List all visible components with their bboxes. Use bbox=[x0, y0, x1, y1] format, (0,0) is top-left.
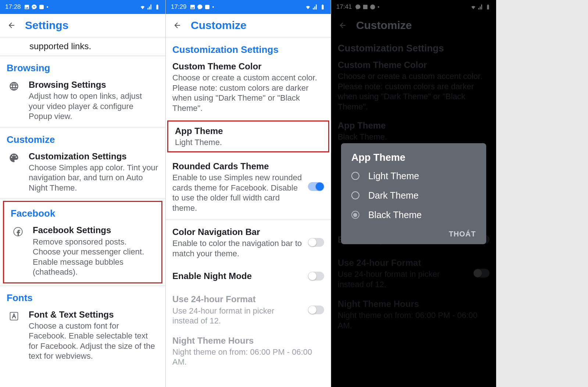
globe-icon bbox=[7, 79, 21, 91]
app-bar: Customize bbox=[166, 14, 331, 37]
row-custom-theme-color[interactable]: Custom Theme Color Choose or create a cu… bbox=[166, 58, 331, 118]
image-icon bbox=[190, 4, 196, 10]
divider bbox=[0, 198, 165, 199]
facebook-icon bbox=[11, 224, 25, 237]
dialog-dismiss-button[interactable]: THOÁT bbox=[341, 225, 486, 240]
highlight-facebook: Facebook Facebook Settings Remove sponso… bbox=[3, 201, 162, 283]
section-header-customize: Customize bbox=[0, 128, 165, 148]
image-icon bbox=[24, 4, 30, 10]
app-theme-dialog: App Theme Light Theme Dark Theme Black T… bbox=[341, 143, 486, 244]
status-app-icons bbox=[190, 4, 214, 10]
screen-customize-dark: 17:41 Customize Customization Settings C… bbox=[331, 0, 496, 387]
row-desc: Enable to use Simples new rounded cards … bbox=[172, 173, 302, 213]
palette-icon bbox=[7, 151, 21, 163]
wifi-icon bbox=[140, 4, 146, 10]
row-font-settings[interactable]: Font & Text Settings Choose a custom fon… bbox=[0, 306, 165, 366]
row-desc: Choose a custom font for Facebook. Enabl… bbox=[29, 321, 159, 361]
row-title: App Theme bbox=[175, 125, 322, 137]
radio-icon-selected bbox=[351, 211, 359, 219]
svg-rect-3 bbox=[205, 5, 209, 9]
section-header-browsing: Browsing bbox=[0, 57, 165, 76]
font-icon bbox=[7, 309, 21, 321]
row-facebook-settings[interactable]: Facebook Settings Remove sponsored posts… bbox=[4, 221, 161, 282]
signal-icon bbox=[147, 4, 153, 10]
screen-customize-light: 17:29 Customize Customization Settings C… bbox=[165, 0, 331, 387]
section-header-facebook: Facebook bbox=[4, 202, 161, 221]
partial-text: supported links. bbox=[0, 38, 165, 55]
row-title: Enable Night Mode bbox=[172, 270, 302, 282]
signal-icon bbox=[312, 4, 318, 10]
option-label: Light Theme bbox=[368, 171, 419, 181]
back-button[interactable] bbox=[7, 20, 17, 30]
section-header: Customization Settings bbox=[166, 38, 331, 58]
battery-icon bbox=[154, 4, 160, 10]
switch-night-mode[interactable] bbox=[308, 272, 324, 281]
dialog-option-light[interactable]: Light Theme bbox=[341, 166, 486, 186]
status-time: 17:29 bbox=[171, 3, 187, 11]
app-icon bbox=[39, 4, 44, 10]
switch-color-nav-bar[interactable] bbox=[308, 238, 324, 247]
screen-settings: 17:28 Settings supported links. Browsing bbox=[0, 0, 165, 387]
messenger-icon bbox=[197, 4, 203, 10]
dialog-option-black[interactable]: Black Theme bbox=[341, 205, 486, 225]
row-night-mode[interactable]: Enable Night Mode bbox=[166, 264, 331, 287]
status-bar: 17:29 bbox=[166, 0, 331, 14]
row-night-theme-hours: Night Theme Hours Night theme on from: 0… bbox=[166, 332, 331, 372]
section-header-fonts: Fonts bbox=[0, 286, 165, 306]
row-desc: Choose Simples app color. Tint your navi… bbox=[29, 163, 159, 193]
row-color-nav-bar[interactable]: Color Navigation Bar Enable to color the… bbox=[166, 220, 331, 264]
dialog-option-dark[interactable]: Dark Theme bbox=[341, 186, 486, 205]
row-desc: Enable to color the navigation bar to ma… bbox=[172, 238, 302, 258]
svg-rect-0 bbox=[39, 5, 44, 9]
status-system-icons bbox=[305, 4, 326, 10]
row-title: Color Navigation Bar bbox=[172, 226, 302, 238]
row-rounded-cards[interactable]: Rounded Cards Theme Enable to use Simple… bbox=[166, 155, 331, 219]
row-customization-settings[interactable]: Customization Settings Choose Simples ap… bbox=[0, 148, 165, 198]
row-desc: Remove sponsored posts. Choose your mess… bbox=[33, 237, 155, 277]
switch-rounded-cards[interactable] bbox=[308, 182, 324, 191]
page-title: Settings bbox=[25, 19, 68, 32]
arrow-left-icon bbox=[7, 21, 16, 30]
status-time: 17:28 bbox=[5, 3, 21, 11]
row-title: Rounded Cards Theme bbox=[172, 160, 302, 172]
back-button[interactable] bbox=[172, 20, 183, 30]
row-title: Customization Settings bbox=[29, 151, 159, 162]
messenger-icon bbox=[31, 4, 37, 10]
wifi-icon bbox=[305, 4, 311, 10]
row-title: Custom Theme Color bbox=[172, 61, 324, 72]
status-app-icons bbox=[24, 4, 48, 10]
row-title: Browsing Settings bbox=[29, 79, 159, 90]
switch-24h-format bbox=[308, 305, 324, 314]
highlight-app-theme: App Theme Light Theme. bbox=[167, 120, 329, 152]
dialog-overlay[interactable]: App Theme Light Theme Dark Theme Black T… bbox=[331, 0, 496, 387]
row-desc: Adjust how to open links, adjust your vi… bbox=[29, 91, 159, 122]
row-desc: Night theme on from: 06:00 PM - 06:00 AM… bbox=[172, 347, 324, 367]
app-icon bbox=[204, 4, 210, 10]
row-app-theme[interactable]: App Theme Light Theme. bbox=[168, 122, 328, 151]
arrow-left-icon bbox=[173, 21, 182, 30]
row-24h-format: Use 24-hour Format Use 24-hour format in… bbox=[166, 287, 331, 332]
radio-icon bbox=[351, 191, 359, 199]
page-title: Customize bbox=[191, 19, 247, 32]
row-desc: Use 24-hour format in picker instead of … bbox=[172, 306, 302, 326]
row-title: Night Theme Hours bbox=[172, 335, 324, 346]
row-title: Use 24-hour Format bbox=[172, 293, 302, 305]
status-system-icons bbox=[140, 4, 160, 10]
row-browsing-settings[interactable]: Browsing Settings Adjust how to open lin… bbox=[0, 76, 165, 127]
row-desc: Light Theme. bbox=[175, 137, 322, 148]
dialog-title: App Theme bbox=[341, 152, 486, 166]
row-title: Font & Text Settings bbox=[29, 309, 159, 320]
radio-icon bbox=[351, 172, 359, 180]
option-label: Black Theme bbox=[368, 210, 422, 220]
status-bar: 17:28 bbox=[0, 0, 165, 14]
app-bar: Settings bbox=[0, 14, 165, 37]
battery-icon bbox=[320, 4, 326, 10]
row-title: Facebook Settings bbox=[33, 224, 155, 236]
option-label: Dark Theme bbox=[368, 190, 419, 201]
row-desc: Choose or create a custom accent color. … bbox=[172, 73, 324, 113]
